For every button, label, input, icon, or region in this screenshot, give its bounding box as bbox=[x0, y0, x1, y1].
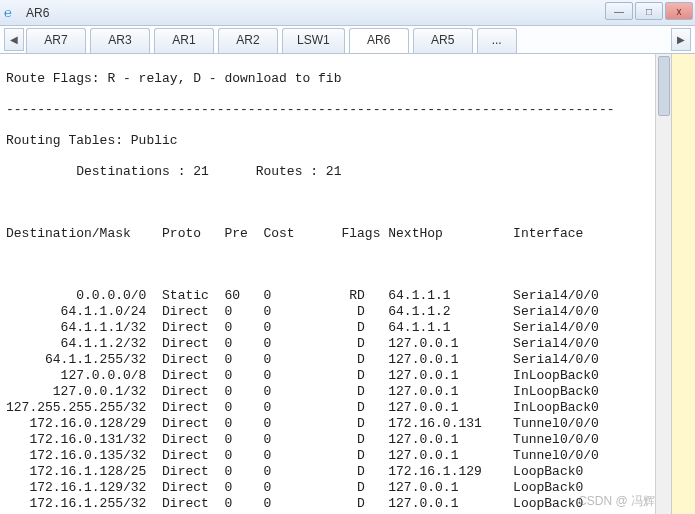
route-flags-line: Route Flags: R - relay, D - download to … bbox=[6, 71, 689, 87]
tab-bar: ◀ AR7AR3AR1AR2LSW1AR6AR5... ▶ bbox=[0, 26, 695, 54]
tab-lsw1[interactable]: LSW1 bbox=[282, 28, 345, 53]
route-row: 127.0.0.1/32 Direct 0 0 D 127.0.0.1 InLo… bbox=[6, 384, 689, 400]
route-row: 172.16.1.128/25 Direct 0 0 D 172.16.1.12… bbox=[6, 464, 689, 480]
route-row: 172.16.0.131/32 Direct 0 0 D 127.0.0.1 T… bbox=[6, 432, 689, 448]
blank-line bbox=[6, 195, 689, 211]
tab-more[interactable]: ... bbox=[477, 28, 517, 53]
minimize-button[interactable]: — bbox=[605, 2, 633, 20]
vertical-scrollbar[interactable] bbox=[655, 54, 671, 514]
background-window-strip bbox=[671, 54, 695, 514]
route-row: 127.255.255.255/32 Direct 0 0 D 127.0.0.… bbox=[6, 400, 689, 416]
tab-ar7[interactable]: AR7 bbox=[26, 28, 86, 53]
tab-ar1[interactable]: AR1 bbox=[154, 28, 214, 53]
maximize-button[interactable]: □ bbox=[635, 2, 663, 20]
route-row: 172.16.0.128/29 Direct 0 0 D 172.16.0.13… bbox=[6, 416, 689, 432]
routing-tables-line: Routing Tables: Public bbox=[6, 133, 689, 149]
window-titlebar: ℮ AR6 — □ x bbox=[0, 0, 695, 26]
terminal-content[interactable]: Route Flags: R - relay, D - download to … bbox=[0, 54, 695, 514]
app-icon: ℮ bbox=[4, 5, 20, 21]
summary-line: Destinations : 21 Routes : 21 bbox=[6, 164, 689, 180]
close-button[interactable]: x bbox=[665, 2, 693, 20]
watermark-text: CSDN @ 冯辉 bbox=[578, 493, 655, 510]
window-title: AR6 bbox=[26, 6, 49, 20]
column-headers: Destination/Mask Proto Pre Cost Flags Ne… bbox=[6, 226, 689, 242]
tab-ar2[interactable]: AR2 bbox=[218, 28, 278, 53]
window-controls: — □ x bbox=[605, 2, 693, 20]
route-row: 64.1.1.1/32 Direct 0 0 D 64.1.1.1 Serial… bbox=[6, 320, 689, 336]
tab-ar5[interactable]: AR5 bbox=[413, 28, 473, 53]
blank-line-2 bbox=[6, 257, 689, 273]
tab-ar3[interactable]: AR3 bbox=[90, 28, 150, 53]
route-row: 64.1.1.0/24 Direct 0 0 D 64.1.1.2 Serial… bbox=[6, 304, 689, 320]
scrollbar-thumb[interactable] bbox=[658, 56, 670, 116]
tab-scroll-left[interactable]: ◀ bbox=[4, 28, 24, 51]
tab-ar6[interactable]: AR6 bbox=[349, 28, 409, 53]
route-row: 127.0.0.0/8 Direct 0 0 D 127.0.0.1 InLoo… bbox=[6, 368, 689, 384]
route-row: 64.1.1.2/32 Direct 0 0 D 127.0.0.1 Seria… bbox=[6, 336, 689, 352]
route-row: 64.1.1.255/32 Direct 0 0 D 127.0.0.1 Ser… bbox=[6, 352, 689, 368]
tab-scroll-right[interactable]: ▶ bbox=[671, 28, 691, 51]
divider-line: ----------------------------------------… bbox=[6, 102, 689, 118]
route-row: 0.0.0.0/0 Static 60 0 RD 64.1.1.1 Serial… bbox=[6, 288, 689, 304]
route-row: 172.16.0.135/32 Direct 0 0 D 127.0.0.1 T… bbox=[6, 448, 689, 464]
